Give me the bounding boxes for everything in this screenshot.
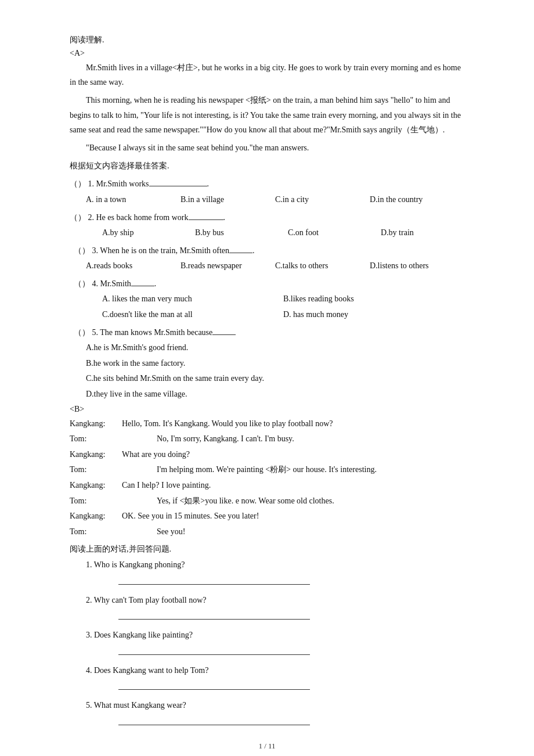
dialogue: Kangkang:Hello, Tom. It's Kangkang. Woul… <box>70 416 464 540</box>
page-footer: 1 / 11 <box>0 741 534 751</box>
q5-text: 5. The man knows Mr.Smith because <box>92 325 213 341</box>
tag-a: <A> <box>70 49 464 58</box>
q2-opt-d: D.by train <box>381 225 474 241</box>
dialogue-line-4: Tom:I'm helping mom. We're painting <粉刷>… <box>70 462 464 478</box>
question-5: （） 5. The man knows Mr.Smith because A.h… <box>70 325 464 402</box>
paragraph-3: "Because I always sit in the same seat b… <box>70 141 464 155</box>
dq-1-answer-line <box>118 574 310 585</box>
dialogue-line-7: Kangkang:OK. See you in 15 minutes. See … <box>70 509 464 524</box>
speaker-tom-1: Tom: <box>70 431 122 447</box>
q5-opt-c: C.he sits behind Mr.Smith on the same tr… <box>86 371 464 387</box>
q4-text: 4. Mr.Smith <box>92 276 131 292</box>
dq-5-answer-line <box>118 715 310 725</box>
dialogue-line-2: Tom:No, I'm sorry, Kangkang. I can't. I'… <box>70 431 464 447</box>
question-4: （） 4. Mr.Smith . A. likes the man very m… <box>70 276 464 323</box>
q4-opt-a: A. likes the man very much <box>102 291 283 307</box>
dialogue-line-1: Kangkang:Hello, Tom. It's Kangkang. Woul… <box>70 416 464 432</box>
q1-opt-c: C.in a city <box>275 192 370 208</box>
paragraph-1: Mr.Smith lives in a village<村庄>, but he … <box>70 60 464 89</box>
dq-4: 4. Does Kangkang want to help Tom? <box>86 663 464 679</box>
dq-1: 1. Who is Kangkang phoning? <box>86 557 464 573</box>
dq-2: 2. Why can't Tom play football now? <box>86 593 464 609</box>
dialogue-line-3: Kangkang:What are you doing? <box>70 447 464 463</box>
q4-prefix: （） <box>74 276 90 292</box>
speaker-kangkang-2: Kangkang: <box>70 447 122 463</box>
dq-4-answer-line <box>118 679 310 690</box>
section-title: 阅读理解. <box>70 35 464 45</box>
q1-prefix: （） <box>70 177 86 192</box>
dq-3-text: 3. Does Kangkang like painting? <box>86 631 193 639</box>
speaker-tom-4: Tom: <box>70 524 122 540</box>
question-intro: 根据短文内容选择最佳答案. <box>70 159 464 173</box>
dq-5-text: 5. What must Kangkang wear? <box>86 701 186 710</box>
speaker-kangkang-1: Kangkang: <box>70 416 122 432</box>
q1-opt-a: A. in a town <box>86 192 181 208</box>
q5-opt-d: D.they live in the same village. <box>86 387 464 402</box>
speaker-kangkang-4: Kangkang: <box>70 509 122 524</box>
dq-5: 5. What must Kangkang wear? <box>86 698 464 714</box>
dialogue-line-8: Tom:See you! <box>70 524 464 540</box>
tag-b: <B> <box>70 405 464 414</box>
q5-opt-b: B.he work in the same factory. <box>86 356 464 372</box>
q3-opt-a: A.reads books <box>86 258 181 274</box>
dq-3-answer-line <box>118 645 310 655</box>
dq-2-text: 2. Why can't Tom play football now? <box>86 596 206 604</box>
q3-opt-b: B.reads newspaper <box>181 258 275 274</box>
q2-text: 2. He es back home from work <box>88 210 189 226</box>
q2-prefix: （） <box>70 210 86 226</box>
question-3: （） 3. When he is on the train, Mr.Smith … <box>70 243 464 274</box>
q3-text: 3. When he is on the train, Mr.Smith oft… <box>92 243 230 259</box>
q3-opt-d: D.listens to others <box>370 258 464 274</box>
q3-opt-c: C.talks to others <box>275 258 370 274</box>
dialogue-questions: 1. Who is Kangkang phoning? 2. Why can't… <box>86 557 464 725</box>
q2-opt-c: C.on foot <box>288 225 381 241</box>
question-2: （） 2. He es back home from work . A.by s… <box>70 210 464 241</box>
dq-3: 3. Does Kangkang like painting? <box>86 628 464 643</box>
q2-opt-b: B.by bus <box>195 225 288 241</box>
paragraph-2: This morning, when he is reading his new… <box>70 93 464 137</box>
q1-opt-b: B.in a village <box>181 192 275 208</box>
dialogue-line-6: Tom:Yes, if <如果>you like. e now. Wear so… <box>70 494 464 509</box>
q5-opt-a: A.he is Mr.Smith's good friend. <box>86 340 464 356</box>
dialogue-line-5: Kangkang:Can I help? I love painting. <box>70 478 464 494</box>
dq-1-text: 1. Who is Kangkang phoning? <box>86 560 185 569</box>
q1-opt-d: D.in the country <box>370 192 464 208</box>
q4-opt-c: C.doesn't like the man at all <box>102 307 283 323</box>
dialogue-intro: 阅读上面的对话,并回答问题. <box>70 542 464 557</box>
q4-opt-d: D. has much money <box>283 307 464 323</box>
q2-opt-a: A.by ship <box>102 225 195 241</box>
speaker-kangkang-3: Kangkang: <box>70 478 122 494</box>
q5-prefix: （） <box>74 325 90 341</box>
question-1: （） 1. Mr.Smith works . A. in a town B.in… <box>70 177 464 207</box>
speaker-tom-2: Tom: <box>70 462 122 478</box>
dq-2-answer-line <box>118 609 310 620</box>
dq-4-text: 4. Does Kangkang want to help Tom? <box>86 666 208 675</box>
q1-num: 1. Mr.Smith works <box>88 177 149 192</box>
speaker-tom-3: Tom: <box>70 494 122 509</box>
q4-opt-b: B.likes reading books <box>283 291 464 307</box>
q3-prefix: （） <box>74 243 90 259</box>
